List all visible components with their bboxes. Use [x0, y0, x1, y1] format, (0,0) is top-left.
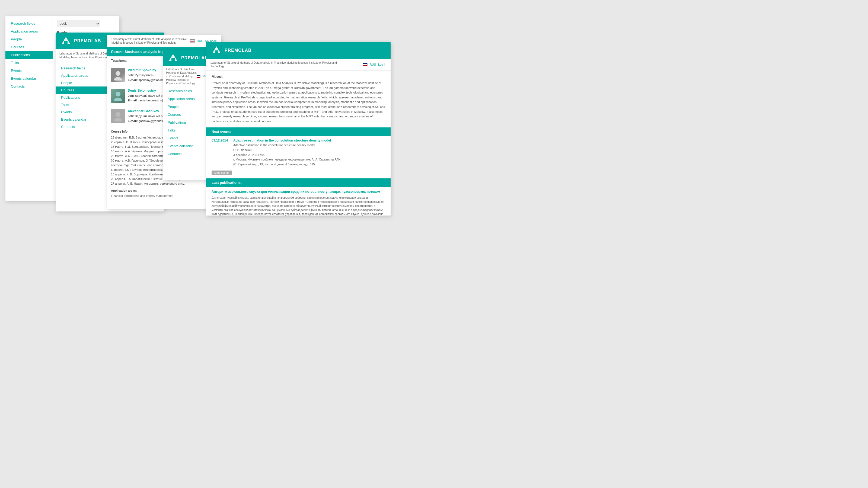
sidebar-item-people[interactable]: People	[5, 35, 53, 43]
flag-icon-card4	[197, 75, 200, 78]
sidebar-item-research-fields[interactable]: Research fields	[5, 20, 53, 27]
event-details: Adaptive estimation in the convolution s…	[233, 143, 385, 167]
site-title-card5: Laboratory of Structural Methods of Data…	[211, 61, 346, 68]
teacher-avatar-2	[111, 89, 125, 103]
sidebar-item-courses[interactable]: Courses	[5, 43, 53, 51]
publication-type-filter[interactable]: book	[57, 20, 100, 27]
svg-rect-11	[215, 51, 218, 53]
sidebar: Research fields Application areas People…	[5, 16, 53, 201]
premolab-logo-icon-card4	[167, 53, 179, 63]
sidebar-nav: Research fields Application areas People…	[5, 20, 53, 90]
last-pub-abstract: Для стохастической системы, функционирую…	[212, 196, 385, 216]
sidebar-item-contacts[interactable]: Contacts	[5, 83, 53, 90]
premolab-logo-text-card4: PREMOLAB	[181, 56, 208, 61]
last-pub-title-link[interactable]: Алгоритм зеркального спуска для минимиза…	[212, 190, 385, 194]
about-section: About PreMoLab (Laboratory of Structural…	[206, 70, 391, 127]
next-events-bar: Next events:	[206, 127, 391, 136]
svg-point-6	[116, 112, 120, 117]
events-section: 03.12.2014 Adaptive estimation in the co…	[206, 136, 391, 169]
teacher-avatar-3	[111, 109, 125, 123]
last-publications-section: Алгоритм зеркального спуска для минимиза…	[206, 187, 391, 216]
lang-rus-card5[interactable]: RUS	[370, 63, 376, 66]
svg-point-7	[114, 118, 122, 122]
flag-icon-card3	[190, 39, 195, 42]
sidebar-item-events[interactable]: Events	[5, 67, 53, 74]
svg-point-4	[116, 92, 120, 97]
course-site-title: Laboratory of Structural Methods of Data…	[112, 37, 187, 44]
premolab-logo-text: PREMOLAB	[74, 38, 101, 43]
site-header-card5: Laboratory of Structural Methods of Data…	[206, 59, 391, 70]
last-publications-bar: Last publications:	[206, 178, 391, 187]
flag-icon-card5	[363, 63, 368, 66]
site-title-sm: Laboratory of Structural Methods of Data…	[166, 67, 197, 85]
premolab-header-card5: PREMOLAB	[206, 42, 391, 59]
lang-links-card5: RUS Log in	[363, 63, 386, 66]
application-areas-label: Application areas:	[111, 189, 137, 192]
svg-point-2	[116, 71, 120, 76]
about-text: PreMoLab (Laboratory of Structural Metho…	[212, 81, 385, 124]
teacher-avatar-1	[111, 68, 125, 82]
event-date: 03.12.2014	[212, 138, 233, 142]
svg-rect-1	[64, 41, 67, 44]
card-about: PREMOLAB Laboratory of Structural Method…	[206, 42, 391, 216]
premolab-logo-icon	[61, 35, 71, 46]
log-in-link[interactable]: Log in	[378, 63, 386, 66]
event-title-link[interactable]: Adaptive estimation in the convolution s…	[233, 138, 331, 142]
sidebar-item-publications[interactable]: Publications	[5, 51, 53, 59]
about-title: About	[212, 74, 385, 78]
sidebar-item-events-calendar[interactable]: Events calendar	[5, 74, 53, 83]
premolab-logo-icon-card5	[211, 45, 222, 56]
premolab-logo-text-card5: PREMOLAB	[225, 48, 252, 53]
course-site-header: Laboratory of Structural Methods of Data…	[107, 35, 221, 47]
sidebar-item-application-areas[interactable]: Application areas	[5, 27, 53, 35]
sidebar-item-talks[interactable]: Talks	[5, 59, 53, 67]
more-events-btn[interactable]: More events	[212, 170, 232, 175]
svg-point-3	[114, 77, 122, 80]
application-areas-value: Financial engineering and energy managem…	[111, 194, 173, 197]
lang-rus-card3[interactable]: RUS	[197, 39, 203, 42]
svg-point-5	[114, 98, 122, 101]
svg-rect-9	[172, 58, 175, 61]
